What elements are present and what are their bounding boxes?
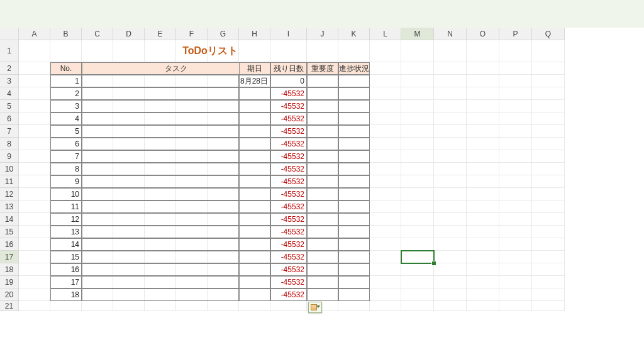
col-header-K[interactable]: K bbox=[338, 28, 370, 40]
fill-handle[interactable] bbox=[431, 261, 436, 266]
col-header-E[interactable]: E bbox=[145, 28, 176, 40]
cell-days-10[interactable]: -45532 bbox=[270, 188, 307, 200]
row-header-8[interactable]: 8 bbox=[0, 138, 19, 150]
cell-days-11[interactable]: -45532 bbox=[270, 200, 307, 213]
cell-task-17[interactable] bbox=[82, 276, 239, 288]
cell-progress-8[interactable] bbox=[338, 163, 370, 175]
row-header-3[interactable]: 3 bbox=[0, 75, 19, 87]
cell-progress-1[interactable] bbox=[338, 75, 370, 87]
cell-task-6[interactable] bbox=[82, 138, 239, 150]
cell-no-18[interactable]: 18 bbox=[50, 288, 82, 301]
cell-no-13[interactable]: 13 bbox=[50, 226, 82, 238]
cell-progress-2[interactable] bbox=[338, 87, 370, 100]
cell-due-12[interactable] bbox=[239, 213, 270, 226]
cell-days-7[interactable]: -45532 bbox=[270, 150, 307, 163]
cell-task-11[interactable] bbox=[82, 200, 239, 213]
cell-due-1[interactable]: 8月28日 bbox=[239, 75, 270, 87]
cell-no-15[interactable]: 15 bbox=[50, 251, 82, 263]
row-header-13[interactable]: 13 bbox=[0, 200, 19, 213]
col-header-H[interactable]: H bbox=[239, 28, 270, 40]
row-header-5[interactable]: 5 bbox=[0, 100, 19, 112]
cell-no-7[interactable]: 7 bbox=[50, 150, 82, 163]
cell-task-2[interactable] bbox=[82, 87, 239, 100]
cell-progress-5[interactable] bbox=[338, 125, 370, 138]
row-header-9[interactable]: 9 bbox=[0, 150, 19, 163]
cell-task-7[interactable] bbox=[82, 150, 239, 163]
cell-due-15[interactable] bbox=[239, 251, 270, 263]
cell-progress-16[interactable] bbox=[338, 263, 370, 276]
cell-importance-17[interactable] bbox=[307, 276, 338, 288]
cell-task-16[interactable] bbox=[82, 263, 239, 276]
cell-due-10[interactable] bbox=[239, 188, 270, 200]
row-header-15[interactable]: 15 bbox=[0, 226, 19, 238]
col-header-I[interactable]: I bbox=[270, 28, 307, 40]
cell-days-17[interactable]: -45532 bbox=[270, 276, 307, 288]
cell-importance-4[interactable] bbox=[307, 112, 338, 125]
row-header-14[interactable]: 14 bbox=[0, 213, 19, 226]
cell-no-8[interactable]: 8 bbox=[50, 163, 82, 175]
col-header-J[interactable]: J bbox=[307, 28, 338, 40]
cell-progress-17[interactable] bbox=[338, 276, 370, 288]
col-header-Q[interactable]: Q bbox=[532, 28, 565, 40]
cell-progress-13[interactable] bbox=[338, 226, 370, 238]
cell-days-2[interactable]: -45532 bbox=[270, 87, 307, 100]
cell-progress-7[interactable] bbox=[338, 150, 370, 163]
cell-due-7[interactable] bbox=[239, 150, 270, 163]
col-header-G[interactable]: G bbox=[208, 28, 239, 40]
cell-days-15[interactable]: -45532 bbox=[270, 251, 307, 263]
cell-progress-14[interactable] bbox=[338, 238, 370, 251]
col-header-L[interactable]: L bbox=[370, 28, 401, 40]
cell-due-13[interactable] bbox=[239, 226, 270, 238]
col-header-D[interactable]: D bbox=[113, 28, 145, 40]
cell-importance-9[interactable] bbox=[307, 175, 338, 188]
cell-days-3[interactable]: -45532 bbox=[270, 100, 307, 112]
col-header-F[interactable]: F bbox=[176, 28, 208, 40]
cell-due-5[interactable] bbox=[239, 125, 270, 138]
cell-no-12[interactable]: 12 bbox=[50, 213, 82, 226]
cell-task-18[interactable] bbox=[82, 288, 239, 301]
cell-importance-1[interactable] bbox=[307, 75, 338, 87]
cell-importance-5[interactable] bbox=[307, 125, 338, 138]
col-header-M[interactable]: M bbox=[401, 28, 434, 40]
row-header-6[interactable]: 6 bbox=[0, 112, 19, 125]
cell-no-9[interactable]: 9 bbox=[50, 175, 82, 188]
cell-task-13[interactable] bbox=[82, 226, 239, 238]
row-header-16[interactable]: 16 bbox=[0, 238, 19, 251]
cell-days-12[interactable]: -45532 bbox=[270, 213, 307, 226]
cell-task-1[interactable] bbox=[82, 75, 239, 87]
col-header-N[interactable]: N bbox=[434, 28, 467, 40]
row-header-11[interactable]: 11 bbox=[0, 175, 19, 188]
cell-importance-6[interactable] bbox=[307, 138, 338, 150]
paste-options-button[interactable] bbox=[308, 302, 322, 313]
cell-days-18[interactable]: -45532 bbox=[270, 288, 307, 301]
worksheet[interactable]: ABCDEFGHIJKLMNOPQ 1234567891011121314151… bbox=[0, 28, 644, 362]
cell-task-5[interactable] bbox=[82, 125, 239, 138]
col-header-A[interactable]: A bbox=[19, 28, 50, 40]
cell-days-4[interactable]: -45532 bbox=[270, 112, 307, 125]
cell-progress-10[interactable] bbox=[338, 188, 370, 200]
cell-importance-11[interactable] bbox=[307, 200, 338, 213]
cell-days-1[interactable]: 0 bbox=[270, 75, 307, 87]
cell-task-15[interactable] bbox=[82, 251, 239, 263]
cell-progress-18[interactable] bbox=[338, 288, 370, 301]
cell-due-9[interactable] bbox=[239, 175, 270, 188]
cell-due-8[interactable] bbox=[239, 163, 270, 175]
cell-due-3[interactable] bbox=[239, 100, 270, 112]
cell-due-17[interactable] bbox=[239, 276, 270, 288]
cell-progress-12[interactable] bbox=[338, 213, 370, 226]
cell-days-13[interactable]: -45532 bbox=[270, 226, 307, 238]
cell-no-6[interactable]: 6 bbox=[50, 138, 82, 150]
select-all-corner[interactable] bbox=[0, 28, 19, 40]
cell-task-9[interactable] bbox=[82, 175, 239, 188]
cell-task-3[interactable] bbox=[82, 100, 239, 112]
cell-importance-15[interactable] bbox=[307, 251, 338, 263]
cell-no-4[interactable]: 4 bbox=[50, 112, 82, 125]
row-header-20[interactable]: 20 bbox=[0, 288, 19, 301]
cell-task-14[interactable] bbox=[82, 238, 239, 251]
cell-progress-15[interactable] bbox=[338, 251, 370, 263]
cell-no-5[interactable]: 5 bbox=[50, 125, 82, 138]
cell-due-11[interactable] bbox=[239, 200, 270, 213]
cell-importance-12[interactable] bbox=[307, 213, 338, 226]
cell-no-1[interactable]: 1 bbox=[50, 75, 82, 87]
cell-days-8[interactable]: -45532 bbox=[270, 163, 307, 175]
